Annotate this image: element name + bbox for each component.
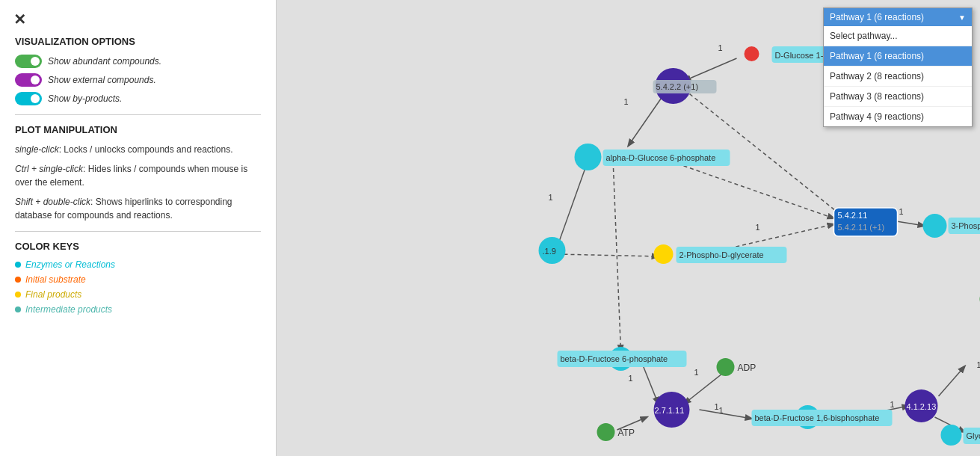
svg-text:1: 1 — [899, 207, 904, 216]
close-button[interactable]: ✕ — [13, 10, 26, 28]
label-54211-top: 5.4.2.11 — [838, 211, 868, 220]
dropdown-header[interactable]: Pathway 1 (6 reactions) ▼ — [824, 8, 972, 26]
dot-orange — [15, 277, 21, 283]
dropdown-arrow-icon: ▼ — [958, 13, 966, 22]
external-toggle[interactable] — [15, 73, 42, 87]
dot-cyan — [15, 262, 21, 268]
pathway-dropdown[interactable]: Pathway 1 (6 reactions) ▼ Select pathway… — [823, 7, 973, 127]
enzymes-label: Enzymes or Reactions — [25, 259, 115, 270]
label-fructose16: beta-D-Fructose 1,6-bisphosphate — [755, 413, 880, 422]
label-19: .1.9 — [543, 247, 556, 256]
svg-text:1: 1 — [977, 360, 981, 369]
svg-line-31 — [558, 254, 659, 256]
intermediate-label: Intermediate products — [25, 304, 112, 315]
color-key-initial: Initial substrate — [15, 274, 261, 285]
node-atp[interactable] — [597, 423, 615, 441]
abundant-toggle[interactable] — [15, 55, 42, 68]
plot-title: PLOT MANIPULATION — [15, 124, 261, 135]
divider-1 — [15, 114, 261, 115]
dot-teal — [15, 306, 21, 312]
label-fructose6p: beta-D-Fructose 6-phosphate — [561, 354, 668, 363]
node-glycerone[interactable] — [941, 425, 962, 446]
dropdown-option-2[interactable]: Pathway 2 (8 reactions) — [824, 66, 972, 86]
svg-line-26 — [939, 366, 965, 396]
color-keys-title: COLOR KEYS — [15, 241, 261, 252]
node-adp[interactable] — [717, 358, 735, 376]
label-alpha-glucose: alpha-D-Glucose 6-phosphate — [606, 153, 716, 162]
dropdown-option-4[interactable]: Pathway 4 (9 reactions) — [824, 106, 972, 126]
graph-canvas[interactable]: Pathway 1 (6 reactions) ▼ Select pathway… — [277, 0, 980, 456]
svg-text:1: 1 — [629, 374, 633, 383]
label-41213: 4.1.2.13 — [907, 402, 937, 411]
sidebar: ✕ VISUALIZATION OPTIONS Show abundant co… — [0, 0, 277, 456]
color-key-intermediate: Intermediate products — [15, 304, 261, 315]
final-label: Final products — [25, 289, 81, 300]
svg-text:1: 1 — [549, 193, 553, 202]
label-5422: 5.4.2.2 (+1) — [656, 82, 699, 91]
abundant-toggle-row: Show abundant compounds. — [15, 55, 261, 68]
label-27111: 2.7.1.11 — [655, 406, 685, 415]
dropdown-placeholder[interactable]: Select pathway... — [824, 26, 972, 46]
svg-line-4 — [558, 161, 588, 247]
svg-line-2 — [629, 97, 662, 146]
viz-options-title: VISUALIZATION OPTIONS — [15, 36, 261, 47]
plot-desc-2: Ctrl + single-click: Hides links / compo… — [15, 162, 261, 189]
divider-2 — [15, 231, 261, 232]
color-key-enzymes: Enzymes or Reactions — [15, 259, 261, 270]
svg-line-18 — [644, 366, 659, 404]
node-2phospho[interactable] — [654, 244, 674, 264]
dropdown-selected-label: Pathway 1 (6 reactions) — [830, 12, 924, 22]
dot-yellow — [15, 292, 21, 298]
svg-text:1: 1 — [718, 43, 723, 52]
label-atp: ATP — [618, 428, 635, 438]
plot-desc-1: single-click: Locks / unlocks compounds … — [15, 143, 261, 156]
svg-text:1: 1 — [694, 368, 699, 377]
external-toggle-row: Show external compounds. — [15, 73, 261, 87]
byproducts-toggle[interactable] — [15, 92, 42, 105]
abundant-label: Show abundant compounds. — [48, 56, 161, 67]
label-3phospho: 3-Phospho-D-glycerate — [952, 221, 981, 230]
color-key-final: Final products — [15, 289, 261, 300]
svg-line-0 — [685, 58, 737, 81]
byproducts-toggle-row: Show by-products. — [15, 92, 261, 105]
node-alpha-glucose[interactable] — [575, 144, 602, 170]
dropdown-option-1[interactable]: Pathway 1 (6 reactions) — [824, 46, 972, 66]
external-label: Show external compounds. — [48, 75, 156, 85]
svg-text:1: 1 — [624, 97, 629, 106]
svg-line-20 — [685, 372, 724, 404]
plot-desc-3: Shift + double-click: Shows hiperlinks t… — [15, 195, 261, 222]
svg-text:1: 1 — [756, 223, 760, 232]
label-54211-bot: 5.4.2.11 (+1) — [838, 223, 885, 232]
svg-line-22 — [700, 410, 752, 419]
svg-text:1: 1 — [719, 406, 724, 415]
initial-label: Initial substrate — [25, 274, 86, 285]
svg-text:1: 1 — [890, 400, 895, 409]
label-glycerone: Glycerone phosphate — [967, 431, 981, 440]
dropdown-option-3[interactable]: Pathway 3 (8 reactions) — [824, 86, 972, 106]
label-adp: ADP — [738, 363, 756, 373]
label-2phospho: 2-Phospho-D-glycerate — [679, 250, 764, 259]
byproducts-label: Show by-products. — [48, 93, 122, 104]
node-3phospho[interactable] — [923, 214, 947, 238]
svg-line-34 — [614, 168, 621, 351]
node-glucose-1-phosphate[interactable] — [745, 46, 759, 61]
